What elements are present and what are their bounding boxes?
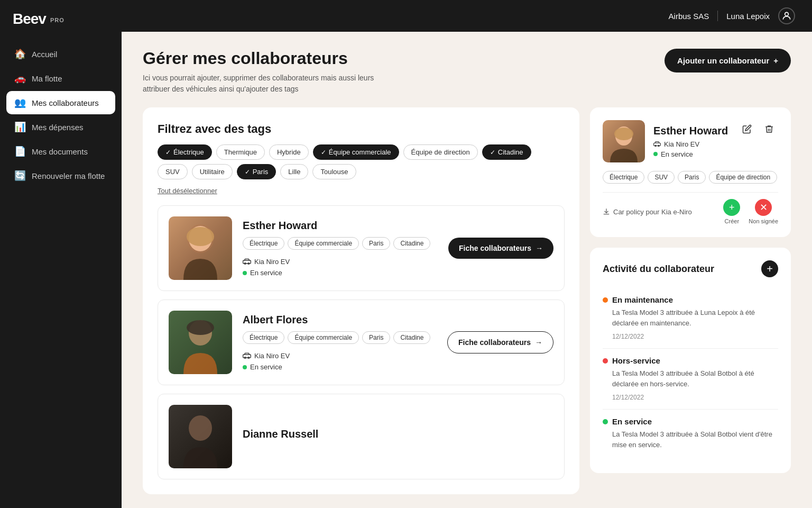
page-header-text: Gérer mes collaborateurs Ici vous pourra… (143, 49, 374, 95)
unsigned-icon[interactable]: ✕ (755, 199, 772, 216)
detail-tag: SUV (648, 171, 675, 184)
tag-thermique[interactable]: Thermique (216, 144, 265, 160)
collab-tags-albert: Électrique Équipe commerciale Paris Cita… (243, 331, 437, 344)
sidebar-item-label: Mes dépenses (32, 123, 84, 132)
collab-tags-esther: Électrique Équipe commerciale Paris Cita… (243, 237, 438, 250)
activity-card: Activité du collaborateur + En maintenan… (590, 248, 791, 473)
tag-equipe-direction[interactable]: Équipe de direction (403, 144, 478, 160)
svg-point-0 (785, 12, 789, 16)
plus-icon: + (773, 56, 778, 65)
tag-equipe-commerciale[interactable]: ✓ Équipe commerciale (313, 144, 399, 160)
collab-tag: Équipe commerciale (288, 237, 359, 250)
detail-person: Esther Howard Kia Niro EV (603, 120, 728, 162)
collab-photo-dianne (169, 405, 232, 468)
tag-citadine[interactable]: ✓ Citadine (482, 144, 531, 160)
sidebar-item-label: Ma flotte (32, 74, 62, 83)
person-silhouette-albert (169, 311, 232, 374)
activity-dot (603, 419, 608, 424)
activity-date: 12/12/2022 (603, 333, 644, 340)
activity-item-hors-service: Hors-service La Tesla Model 3 attribuée … (603, 349, 778, 410)
arrow-icon: → (535, 338, 542, 347)
collab-status-albert: En service (243, 363, 437, 371)
sidebar-item-ma-flotte[interactable]: 🚗 Ma flotte (6, 67, 115, 90)
policy-unsigned-label: Non signée (749, 218, 778, 224)
detail-tag: Électrique (603, 171, 644, 184)
collab-vehicle-albert: Kia Niro EV (243, 351, 437, 360)
main-content: Gérer mes collaborateurs Ici vous pourra… (122, 32, 812, 508)
activity-status: En maintenance (612, 295, 673, 304)
car-policy-actions: + Créer ✕ Non signée (723, 199, 778, 224)
activity-item-en-service: En service La Tesla Model 3 attribuée à … (603, 410, 778, 460)
tag-lille[interactable]: Lille (280, 164, 308, 179)
sidebar-item-mes-documents[interactable]: 📄 Mes documents (6, 140, 115, 163)
collab-photo-esther (169, 216, 232, 280)
tag-paris[interactable]: ✓ Paris (237, 164, 276, 179)
svg-rect-5 (243, 260, 251, 264)
activity-item-header: En maintenance (603, 295, 778, 304)
topbar-user: Luna Lepoix (726, 12, 770, 21)
tag-toulouse[interactable]: Toulouse (312, 164, 356, 179)
policy-unsigned-action: ✕ Non signée (749, 199, 778, 224)
left-panel: Filtrez avec des tags ✓ Électrique Therm… (143, 107, 579, 494)
check-icon: ✓ (245, 168, 250, 176)
svg-point-4 (187, 227, 214, 246)
detail-tag: Paris (678, 171, 706, 184)
download-icon (603, 208, 610, 215)
arrow-icon: → (536, 244, 543, 252)
svg-rect-19 (654, 143, 661, 146)
logo-text: Beev (13, 11, 46, 28)
svg-point-10 (187, 320, 214, 335)
car-policy-row: Car policy pour Kia e-Niro + Créer ✕ (603, 192, 778, 224)
sidebar-logo: Beev PRO (0, 0, 122, 38)
deselect-all-link[interactable]: Tout désélectionner (158, 187, 217, 195)
detail-header: Esther Howard Kia Niro EV (603, 120, 778, 162)
sidebar-item-label: Renouveler ma flotte (32, 171, 105, 180)
page-header: Gérer mes collaborateurs Ici vous pourra… (122, 32, 812, 107)
edit-button[interactable] (738, 120, 756, 138)
person-silhouette-esther (169, 216, 232, 280)
chart-icon: 📊 (15, 122, 25, 132)
activity-item-maintenance: En maintenance La Tesla Model 3 attribué… (603, 288, 778, 349)
sidebar-item-mes-collaborateurs[interactable]: 👥 Mes collaborateurs (6, 91, 115, 114)
collab-status-esther: En service (243, 269, 438, 277)
logo-pro: PRO (50, 17, 64, 23)
tag-hybride[interactable]: Hybride (269, 144, 309, 160)
sidebar-item-renouveler[interactable]: 🔄 Renouveler ma flotte (6, 164, 115, 187)
activity-dot (603, 358, 608, 364)
create-icon[interactable]: + (723, 199, 740, 216)
activity-item-header: En service (603, 417, 778, 426)
tag-electrique[interactable]: ✓ Électrique (158, 144, 212, 160)
detail-info: Esther Howard Kia Niro EV (653, 125, 728, 158)
collab-card-dianne: Dianne Russell (158, 394, 565, 479)
filter-title: Filtrez avec des tags (158, 122, 565, 136)
page-subtitle: Ici vous pourrait ajouter, supprimer des… (143, 72, 374, 95)
right-panel: Esther Howard Kia Niro EV (590, 107, 791, 494)
collab-tag: Paris (362, 331, 390, 344)
svg-point-18 (614, 128, 633, 140)
activity-header: Activité du collaborateur + (603, 260, 778, 277)
sidebar-item-mes-depenses[interactable]: 📊 Mes dépenses (6, 115, 115, 139)
detail-edit-actions (738, 120, 778, 138)
policy-create-action: + Créer (723, 199, 740, 224)
car-icon (653, 140, 661, 148)
fiche-button-albert[interactable]: Fiche collaborateurs → (447, 331, 553, 353)
activity-add-button[interactable]: + (761, 260, 778, 277)
detail-tags: Électrique SUV Paris Équipe de direction (603, 171, 778, 184)
user-avatar-icon[interactable] (778, 7, 795, 24)
topbar-company: Airbus SAS (669, 12, 709, 21)
delete-button[interactable] (760, 120, 778, 138)
sidebar-item-label: Mes documents (32, 147, 88, 156)
people-icon: 👥 (15, 97, 25, 108)
activity-status: Hors-service (612, 356, 660, 365)
add-collaborator-button[interactable]: Ajouter un collaborateur + (665, 49, 791, 72)
detail-card: Esther Howard Kia Niro EV (590, 107, 791, 237)
collab-tag: Paris (362, 237, 390, 250)
collab-info-albert: Albert Flores Électrique Équipe commerci… (243, 314, 437, 371)
content-area: Filtrez avec des tags ✓ Électrique Therm… (122, 107, 812, 508)
activity-description: La Tesla Model 3 attribuée à Luna Lepoix… (603, 307, 778, 328)
sidebar-item-accueil[interactable]: 🏠 Accueil (6, 42, 115, 66)
collab-tag: Équipe commerciale (288, 331, 359, 344)
tag-suv[interactable]: SUV (158, 164, 188, 179)
fiche-button-esther[interactable]: Fiche collaborateurs → (448, 238, 553, 259)
tag-utilitaire[interactable]: Utilitaire (192, 164, 233, 179)
